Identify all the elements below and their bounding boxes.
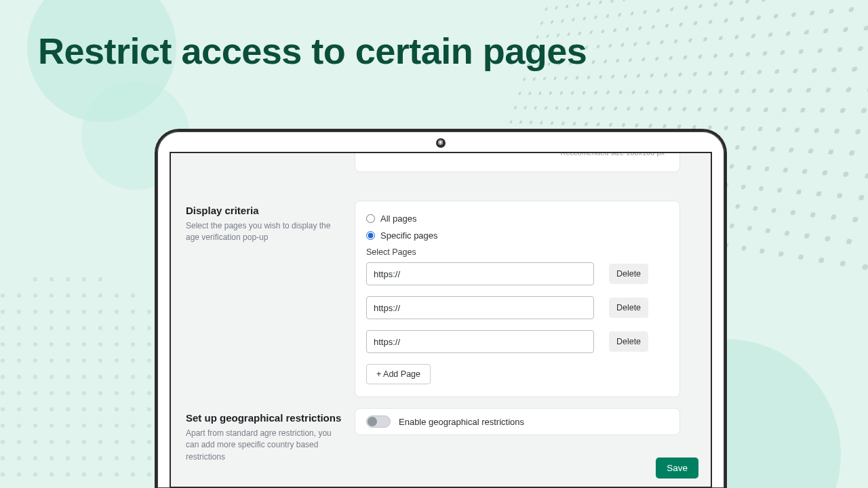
geo-toggle-label: Enable geographical restrictions — [399, 417, 524, 427]
geo-title: Set up geographical restrictions — [186, 412, 342, 424]
helper-text: Reccomended size 100x100 px — [561, 152, 665, 157]
toggle-knob-icon — [368, 417, 377, 426]
page-url-row: Delete — [366, 296, 669, 319]
app-screen: Reccomended size 100x100 px Display crit… — [170, 152, 712, 488]
add-page-button[interactable]: + Add Page — [366, 364, 431, 384]
radio-specific-pages-input[interactable] — [366, 231, 375, 240]
display-criteria-panel: All pages Specific pages Select Pages De… — [355, 201, 680, 397]
delete-button[interactable]: Delete — [609, 264, 648, 284]
page-url-input[interactable] — [366, 262, 594, 285]
laptop-frame: Reccomended size 100x100 px Display crit… — [155, 129, 727, 488]
display-criteria-desc: Select the pages you wish to display the… — [186, 220, 342, 244]
radio-all-pages-label: All pages — [380, 214, 416, 224]
radio-specific-pages-label: Specific pages — [380, 230, 438, 241]
page-title: Restrict access to certain pages — [38, 30, 587, 72]
upload-panel: Reccomended size 100x100 px — [355, 152, 680, 172]
save-button[interactable]: Save — [656, 458, 698, 479]
radio-specific-pages[interactable]: Specific pages — [366, 230, 669, 241]
page-url-input[interactable] — [366, 330, 594, 353]
delete-button[interactable]: Delete — [609, 331, 648, 352]
geo-desc: Apart from standard agre restriction, yo… — [186, 428, 342, 463]
page-url-row: Delete — [366, 330, 669, 353]
geo-toggle[interactable] — [366, 415, 391, 428]
display-criteria-title: Display criteria — [186, 205, 342, 216]
geo-panel: Enable geographical restrictions — [355, 408, 680, 435]
camera-icon — [436, 138, 446, 148]
settings-form: Reccomended size 100x100 px Display crit… — [171, 153, 711, 487]
display-criteria-heading-block: Display criteria Select the pages you wi… — [186, 205, 342, 244]
page-url-input[interactable] — [366, 296, 594, 319]
delete-button[interactable]: Delete — [609, 298, 648, 318]
radio-all-pages-input[interactable] — [366, 214, 375, 223]
page-url-row: Delete — [366, 262, 669, 285]
select-pages-label: Select Pages — [366, 247, 669, 257]
radio-all-pages[interactable]: All pages — [366, 214, 669, 224]
geo-heading-block: Set up geographical restrictions Apart f… — [186, 412, 342, 463]
